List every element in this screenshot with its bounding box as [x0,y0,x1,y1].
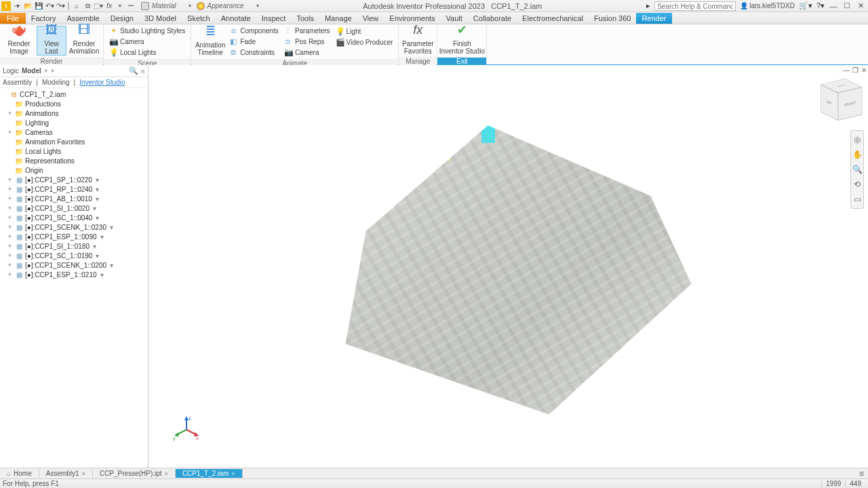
tree-node[interactable]: +▦[●]:CCP1_ESP_1::0210▾ [0,270,148,279]
tab-design[interactable]: Design [105,13,139,24]
tree-node[interactable]: +▦[●]:CCP1_SCENK_1::0230▾ [0,222,148,232]
zoom-icon[interactable]: 🔍 [852,165,863,174]
animate-camera-button[interactable]: 📷Camera [283,47,332,58]
tree-node[interactable]: 📁Representations [0,156,148,165]
tree-node[interactable]: +▦[●]:CCP1_ESP_1::0090▾ [0,232,148,241]
tree-node[interactable]: 📁Lighting [0,118,148,127]
tree-node[interactable]: +▦[●]:CCP1_SP_1::0220▾ [0,175,148,184]
tab-3d-model[interactable]: 3D Model [139,13,182,24]
tab-annotate[interactable]: Annotate [216,13,256,24]
add-tab-icon[interactable]: + [51,67,55,75]
animate-constraints-button[interactable]: ⧉Constraints [228,47,280,58]
tab-factory[interactable]: Factory [26,13,62,24]
mode-assembly[interactable]: Assembly [3,79,32,86]
tree-node[interactable]: 📁Animation Favorites [0,137,148,146]
parameter-favorites-button[interactable]: fxParameter Favorites [403,26,433,56]
tree-node[interactable]: +📁Cameras [0,127,148,137]
open-icon[interactable]: 📂 [23,1,33,11]
undo-icon[interactable]: ↶▾ [45,1,54,11]
expand-icon[interactable]: + [7,129,13,136]
home-icon[interactable]: ⌂ [72,1,81,11]
close-icon[interactable]: × [82,470,85,477]
doc-tab[interactable]: CCP1_T_2.iam× [176,469,243,478]
tab-environments[interactable]: Environments [384,13,440,24]
doc-tab-home[interactable]: ⌂Home [0,469,39,478]
appearance-selector[interactable]: Appearance ▾ [197,2,259,10]
expand-icon[interactable]: + [7,176,13,183]
assembly-model[interactable] [305,90,712,443]
close-icon[interactable]: × [231,470,235,477]
expand-icon[interactable]: + [7,224,13,230]
tab-vault[interactable]: Vault [441,13,468,24]
animate-fade-button[interactable]: ◧Fade [228,37,280,47]
close-tab-icon[interactable]: × [44,67,48,75]
expand-icon[interactable]: + [7,214,13,221]
search-icon[interactable]: 🔍 [129,66,138,75]
view-last-button[interactable]: 🖼View Last [37,26,66,56]
tab-menu-icon[interactable]: ≡ [855,469,868,479]
fx-icon[interactable]: fx [104,1,114,11]
user-account[interactable]: 👤lars.kiel5TDXD [740,2,795,9]
orbit-icon[interactable]: ⟲ [854,180,861,189]
tab-tools[interactable]: Tools [291,13,319,24]
steering-wheel-icon[interactable]: ◎ [854,135,861,144]
local-lights-button[interactable]: 💡Local Lights [108,47,186,58]
tab-render[interactable]: Render [636,13,671,24]
viewcube-front[interactable]: FRONT [838,87,863,121]
graphics-canvas[interactable]: — ❐ ✕ FRONT LEFT TOP ◎ ✋ 🔍 ⟲ ▭ [149,65,868,468]
scene-camera-button[interactable]: 📷Camera [108,37,186,47]
pan-icon[interactable]: ✋ [852,150,863,159]
expand-icon[interactable]: + [7,271,13,278]
expand-icon[interactable]: + [7,262,13,268]
expand-icon[interactable]: + [7,252,13,259]
mode-inventor-studio[interactable]: Inventor Studio [79,79,125,86]
render-animation-button[interactable]: 🎞Render Animation [69,26,99,56]
render-image-button[interactable]: 🫖Render Image [4,26,34,56]
animate-parameters-button[interactable]: ⋮⋮Parameters [283,26,332,36]
select-icon[interactable]: ⬚▾ [94,1,103,11]
finish-studio-button[interactable]: ✔Finish Inventor Studio [441,26,482,56]
view-cube[interactable]: FRONT LEFT TOP [825,83,859,117]
tab-electromechanical[interactable]: Electromechanical [517,13,589,24]
tree-node[interactable]: +▦[●]:CCP1_SCENK_1::0200▾ [0,260,148,270]
browser-tab-logic[interactable]: Logic [3,67,19,75]
tree-node[interactable]: ⧉CCP1_T_2.iam [0,89,148,99]
tab-sketch[interactable]: Sketch [182,13,216,24]
expand-icon[interactable]: + [7,186,13,192]
minus-icon[interactable]: ー [126,1,136,11]
save-icon[interactable]: 💾 [34,1,43,11]
tree-node[interactable]: 📁Origin [0,165,148,175]
studio-lighting-button[interactable]: ✦Studio Lighting Styles [108,26,186,36]
app-icon[interactable]: I [1,1,11,11]
tree-node[interactable]: +▦[●]:CCP1_SC_1::0190▾ [0,251,148,260]
new-icon[interactable]: ▫▾ [12,1,22,11]
tab-manage[interactable]: Manage [319,13,357,24]
tab-assemble[interactable]: Assemble [61,13,104,24]
animate-light-button[interactable]: 💡Light [334,26,395,37]
search-input[interactable] [654,1,736,11]
cart-icon[interactable]: 🛒▾ [799,1,812,10]
redo-icon[interactable]: ↷▾ [56,1,65,11]
tab-file[interactable]: File [0,13,26,24]
browser-tree[interactable]: ⧉CCP1_T_2.iam📁Productions+📁Animations📁Li… [0,88,148,468]
close-button[interactable]: ✕ [856,1,865,10]
minimize-button[interactable]: — [829,2,838,10]
expand-icon[interactable]: + [7,110,13,117]
maximize-button[interactable]: ☐ [842,1,852,10]
animation-timeline-button[interactable]: ≣Animation Timeline [195,27,225,57]
expand-icon[interactable]: + [7,233,13,240]
animate-components-button[interactable]: ⧇Components [228,26,280,36]
browser-tab-model[interactable]: Model [22,67,41,75]
tab-collaborate[interactable]: Collaborate [468,13,517,24]
mode-modeling[interactable]: Modeling [42,79,70,86]
tree-node[interactable]: 📁Productions [0,99,148,108]
expand-icon[interactable]: + [7,205,13,211]
tab-inspect[interactable]: Inspect [256,13,291,24]
help-icon[interactable]: ?▾ [816,1,825,10]
tree-node[interactable]: +▦[●]:CCP1_SC_1::0040▾ [0,213,148,222]
highlighted-component[interactable] [481,116,495,143]
tree-node[interactable]: +📁Animations [0,108,148,118]
expand-icon[interactable]: + [7,243,13,249]
tree-node[interactable]: +▦[●]:CCP1_AB_1::0010▾ [0,194,148,203]
tree-node[interactable]: 📁Local Lights [0,146,148,156]
